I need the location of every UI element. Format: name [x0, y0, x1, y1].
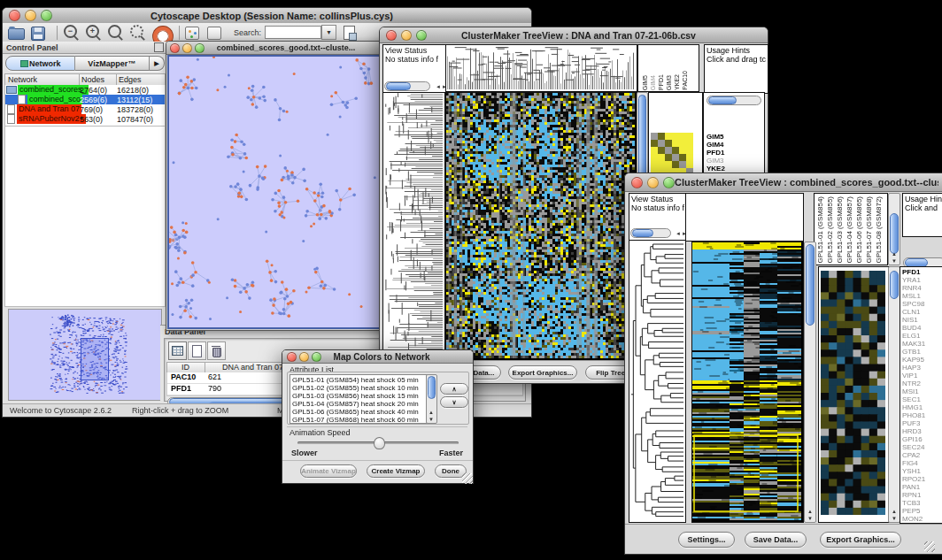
gene-label[interactable]: NIS1: [902, 316, 942, 324]
gene-label[interactable]: MSI1: [902, 387, 942, 395]
resize-grip[interactable]: [924, 541, 935, 552]
gene-label[interactable]: CPA2: [902, 451, 942, 459]
gene-label[interactable]: HRD3: [902, 427, 942, 435]
network-row[interactable]: combined_scores_2764(0)16218(0): [5, 85, 165, 95]
network-row[interactable]: combined_sco2569(6)13112(15): [5, 95, 165, 104]
vscroll-thumb[interactable]: [428, 376, 436, 399]
tv1-column-dendrogram[interactable]: [445, 44, 637, 92]
gene-label[interactable]: PHO81: [902, 411, 942, 419]
gene-label[interactable]: MSL1: [902, 292, 942, 300]
tv2-row-dendrogram[interactable]: [629, 240, 686, 523]
gene-label[interactable]: HAP3: [902, 364, 942, 372]
float-panel-icon[interactable]: [154, 42, 164, 52]
attr-delete-button[interactable]: [207, 341, 226, 360]
gene-label[interactable]: FIG4: [902, 459, 942, 467]
save-session-button[interactable]: [30, 25, 48, 41]
attribute-item[interactable]: GPL51-03 (GSM856) heat shock 15 min: [292, 392, 427, 400]
close-button[interactable]: [631, 177, 643, 188]
vscroll-thumb[interactable]: [890, 213, 899, 254]
gene-label[interactable]: YKE2: [706, 165, 729, 173]
zoom-fit-button[interactable]: [106, 25, 124, 41]
gene-label[interactable]: PFD1: [706, 149, 729, 157]
tv2-column-dendrogram[interactable]: [685, 193, 804, 242]
attribute-item[interactable]: GPL51-06 (GSM865) heat shock 40 min: [292, 408, 427, 416]
search-input[interactable]: [265, 26, 321, 39]
tv2-heatmap-vscrollbar[interactable]: ▲▼: [804, 242, 816, 523]
attribute-list-scrollbar[interactable]: ▲▼: [426, 374, 437, 424]
gene-label[interactable]: RPO21: [902, 475, 942, 483]
tv2-status-scrollbar[interactable]: [630, 228, 671, 238]
gene-label[interactable]: KAP95: [902, 356, 942, 364]
gene-label[interactable]: RPN1: [902, 491, 942, 499]
close-button[interactable]: [287, 352, 297, 362]
attr-select-button[interactable]: [168, 341, 187, 360]
main-titlebar[interactable]: Cytoscape Desktop (Session Name: collins…: [3, 8, 531, 24]
move-up-button[interactable]: ∧: [440, 383, 468, 395]
tab-vizmapper[interactable]: VizMapper™: [75, 56, 150, 71]
gene-label[interactable]: SEC24: [902, 443, 942, 451]
gene-label[interactable]: GIM4: [706, 141, 729, 149]
hscroll-thumb[interactable]: [632, 229, 653, 237]
gene-label[interactable]: MON2: [902, 515, 942, 523]
close-button[interactable]: [170, 43, 180, 53]
birdseye-panel[interactable]: [8, 309, 162, 401]
gene-label[interactable]: GIM3: [706, 157, 729, 165]
annotation-button[interactable]: [342, 25, 359, 41]
attribute-item[interactable]: GPL51-04 (GSM857) heat shock 20 min: [292, 400, 427, 408]
slider-thumb[interactable]: [374, 437, 385, 449]
gene-label[interactable]: ELG1: [902, 332, 942, 340]
gene-label[interactable]: PEP5: [902, 507, 942, 515]
gene-label[interactable]: HMG1: [902, 403, 942, 411]
hscroll-thumb[interactable]: [386, 82, 411, 90]
hscroll-thumb[interactable]: [708, 96, 737, 104]
tv2-settings-button[interactable]: Settings...: [678, 532, 735, 548]
gene-label[interactable]: RNR4: [902, 284, 942, 292]
close-button[interactable]: [9, 10, 20, 21]
help-button[interactable]: [151, 25, 170, 41]
tv2-heatmap[interactable]: [691, 242, 804, 523]
attr-create-button[interactable]: [188, 341, 206, 360]
animate-vizmap-button[interactable]: Animate Vizmap: [300, 464, 357, 478]
network-row[interactable]: sRNAPuberNov2+563(0)107847(0): [5, 114, 165, 124]
gene-label[interactable]: GPI16: [902, 435, 942, 443]
gene-label[interactable]: VIP1: [902, 372, 942, 380]
treeview2-titlebar[interactable]: ClusterMaker TreeView : combined_scores_…: [625, 173, 942, 192]
gene-label[interactable]: YSH1: [902, 467, 942, 475]
zoom-button[interactable]: [416, 30, 427, 41]
gene-label[interactable]: BUD4: [902, 324, 942, 332]
treeview1-titlebar[interactable]: ClusterMaker TreeView : DNA and Tran 07-…: [380, 27, 768, 43]
tv1-row-dendrogram[interactable]: [382, 92, 445, 361]
attribute-item[interactable]: GPL51-01 (GSM854) heat shock 05 min: [292, 376, 427, 384]
dialog-titlebar[interactable]: Map Colors to Network: [282, 350, 473, 364]
minimize-button[interactable]: [25, 10, 36, 21]
gene-label[interactable]: SEC1: [902, 395, 942, 403]
gene-label[interactable]: NTR2: [902, 380, 942, 387]
zoom-out-button[interactable]: −: [62, 25, 80, 41]
tv2-global-view[interactable]: [818, 266, 890, 523]
gene-label[interactable]: TCB3: [902, 499, 942, 507]
close-button[interactable]: [386, 30, 397, 41]
gene-label[interactable]: GTB1: [902, 348, 942, 356]
attribute-item[interactable]: GPL51-07 (GSM868) heat shock 60 min: [292, 416, 427, 424]
tv2-save-data-button[interactable]: Save Data...: [745, 532, 807, 548]
tv1-gene-hscrollbar[interactable]: [706, 96, 761, 105]
gene-label[interactable]: GIM5: [706, 133, 729, 141]
tv1-export-graphics-button[interactable]: Export Graphics...: [508, 365, 577, 380]
tv2-export-graphics-button[interactable]: Export Graphics...: [820, 532, 901, 548]
create-vizmap-button[interactable]: Create Vizmap: [367, 464, 425, 478]
minimize-button[interactable]: [401, 30, 412, 41]
gene-label[interactable]: SPC98: [902, 300, 942, 308]
zoom-button[interactable]: [312, 352, 321, 362]
open-file-button[interactable]: [8, 25, 26, 41]
minimize-button[interactable]: [299, 352, 309, 362]
gene-label[interactable]: MAK31: [902, 340, 942, 348]
gene-label[interactable]: PUF3: [902, 419, 942, 427]
gene-label[interactable]: PFD1: [902, 268, 942, 276]
zoom-button[interactable]: [41, 10, 52, 21]
search-dropdown-button[interactable]: ▼: [321, 25, 336, 40]
vscroll-thumb[interactable]: [806, 244, 815, 326]
minimize-button[interactable]: [647, 177, 659, 188]
vscroll-thumb[interactable]: [890, 271, 899, 299]
minimize-button[interactable]: [182, 43, 192, 53]
attribute-list[interactable]: GPL51-01 (GSM854) heat shock 05 minGPL51…: [290, 374, 429, 424]
